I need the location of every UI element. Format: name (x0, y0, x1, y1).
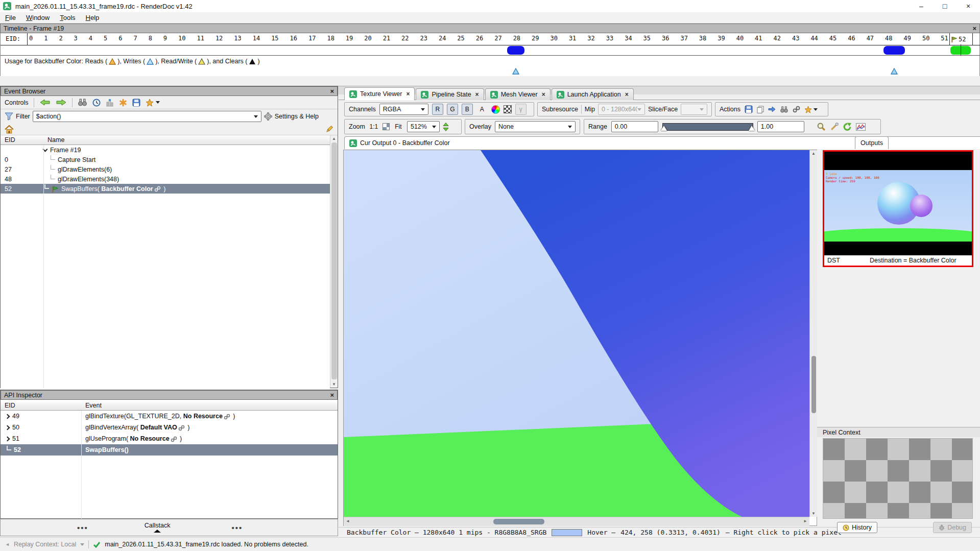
api-row-eid-50[interactable]: 50glBindVertexArray( Default VAO ) (1, 422, 338, 433)
fit-button[interactable]: Fit (393, 121, 404, 132)
filter-settings-gear-icon[interactable] (264, 112, 272, 121)
eid-column-header[interactable]: EID (1, 136, 43, 143)
horizontal-scrollbar[interactable]: ◄ ► (344, 517, 809, 526)
expander-right-icon[interactable] (5, 414, 10, 419)
tab-launch-application[interactable]: Launch Application× (552, 88, 634, 100)
green-channel-button[interactable]: G (447, 104, 458, 115)
step-forward-icon[interactable] (56, 99, 67, 106)
minimize-button[interactable]: – (910, 0, 933, 12)
timeline-body[interactable]: EID: 01234567891011121314151617181920212… (0, 33, 980, 76)
menu-tools[interactable]: Tools (55, 13, 80, 22)
timeline-event-marker-eid-48[interactable] (883, 46, 905, 55)
callstack-grip-bar[interactable]: ••• Callstack ••• (0, 519, 338, 536)
checkerboard-background-icon[interactable] (504, 105, 512, 113)
reset-range-icon[interactable] (843, 123, 852, 131)
tab-close-icon[interactable]: × (625, 91, 629, 98)
event-browser-list[interactable]: Frame #190Capture Start27glDrawElements(… (1, 145, 330, 397)
scroll-up-icon[interactable]: ▲ (330, 136, 338, 141)
api-row-eid-52[interactable]: 52SwapBuffers() (1, 444, 338, 456)
link-resource-icon[interactable] (793, 106, 800, 113)
autofit-picker-icon[interactable] (830, 123, 839, 131)
backbuffer-render[interactable] (344, 150, 809, 517)
vertical-scrollbar[interactable]: ▲ ▼ (809, 150, 817, 517)
color-wheel-icon[interactable] (491, 105, 500, 114)
custom-actions-menu[interactable] (804, 106, 818, 113)
grip-dots[interactable]: ••• (77, 523, 88, 532)
copy-icon[interactable] (757, 106, 764, 113)
menu-file[interactable]: File (0, 13, 21, 22)
settings-help-link[interactable]: Settings & Help (275, 113, 319, 120)
event-browser-close-icon[interactable]: × (330, 88, 334, 94)
alpha-channel-button[interactable]: A (476, 104, 488, 115)
tab-close-icon[interactable]: × (475, 91, 479, 98)
extensions-menu[interactable] (146, 99, 160, 107)
usage-write-triangle-icon[interactable] (891, 68, 898, 75)
resource-link-icon[interactable] (177, 425, 186, 430)
zoom-range-icon[interactable] (817, 122, 826, 131)
api-row-eid-51[interactable]: 51glUseProgram( No Resource ) (1, 433, 338, 444)
event-row-eid-0[interactable]: 0Capture Start (1, 155, 330, 164)
event-row-eid-52[interactable]: 52SwapBuffers( Backbuffer Color ) (1, 184, 330, 194)
close-button[interactable]: × (957, 0, 980, 12)
scrollbar-thumb[interactable] (493, 519, 544, 524)
event-row-eid-27[interactable]: 27glDrawElements(6) (1, 164, 330, 174)
bookmark-asterisk-icon[interactable] (119, 99, 127, 107)
range-slider[interactable] (662, 123, 753, 131)
mip-combo[interactable]: 0 - 1280x640 (598, 104, 645, 115)
timeline-close-icon[interactable]: × (972, 25, 976, 32)
flip-vertical-icon[interactable] (443, 123, 449, 131)
histogram-icon[interactable] (856, 123, 866, 131)
pixel-context-view[interactable] (823, 438, 973, 519)
range-black-point-handle[interactable] (661, 126, 667, 131)
api-inspector-list[interactable]: 49glBindTexture(GL_TEXTURE_2D, No Resour… (1, 411, 338, 456)
red-channel-button[interactable]: R (432, 104, 443, 115)
gamma-button[interactable]: γ (515, 104, 527, 115)
collapse-left-icon[interactable]: ◄ (5, 542, 10, 547)
event-column-header[interactable]: Event (81, 402, 102, 409)
tab-outputs[interactable]: Outputs (855, 136, 889, 149)
expander-right-icon[interactable] (5, 436, 10, 441)
filter-input[interactable]: $action() (33, 111, 261, 122)
zoom-level-combo[interactable]: 512% (407, 121, 440, 132)
goto-resource-icon[interactable] (768, 106, 776, 113)
zoom-1to1-button[interactable]: 1:1 (368, 121, 379, 132)
scroll-down-icon[interactable]: ▼ (810, 511, 817, 516)
edit-pencil-icon[interactable] (325, 125, 333, 133)
export-save-icon[interactable] (132, 99, 140, 107)
expander-right-icon[interactable] (5, 425, 10, 430)
scroll-down-icon[interactable]: ▼ (330, 382, 338, 387)
api-inspector-close-icon[interactable]: × (330, 392, 334, 398)
callstack-tab[interactable]: Callstack (145, 522, 171, 533)
menu-help[interactable]: Help (81, 13, 105, 22)
overlay-combo[interactable]: None (495, 121, 576, 132)
save-texture-icon[interactable] (745, 105, 753, 113)
tab-pipeline-state[interactable]: Pipeline State× (416, 88, 484, 100)
find-event-icon[interactable] (78, 99, 87, 106)
range-white-point-handle[interactable] (749, 126, 755, 131)
open-resource-icon[interactable] (780, 106, 788, 113)
step-back-icon[interactable] (39, 99, 51, 106)
blue-channel-button[interactable]: B (462, 104, 473, 115)
tab-close-icon[interactable]: × (406, 90, 410, 98)
replay-context-label[interactable]: Replay Context: Local (14, 541, 76, 548)
bookmark-home-icon[interactable] (5, 125, 14, 134)
eid-column-header[interactable]: EID (1, 402, 81, 409)
actual-size-icon[interactable] (383, 123, 390, 130)
scrollbar-thumb[interactable] (811, 356, 816, 413)
tab-close-icon[interactable]: × (542, 91, 545, 98)
resource-link-icon[interactable] (153, 186, 162, 191)
tab-texture-viewer[interactable]: Texture Viewer× (344, 87, 415, 100)
timeline-marker-track[interactable] (29, 45, 948, 56)
event-row-eid-frame[interactable]: Frame #19 (1, 145, 330, 155)
usage-write-triangle-icon[interactable] (512, 68, 519, 75)
maximize-button[interactable]: □ (933, 0, 957, 12)
scrollbar-thumb[interactable] (331, 142, 337, 379)
scroll-left-icon[interactable]: ◄ (346, 519, 350, 523)
history-button[interactable]: History (837, 522, 877, 533)
timeline-event-marker-eid-27[interactable] (507, 46, 524, 55)
texture-display[interactable]: ▲ ▼ ◄ ► (343, 150, 817, 526)
api-row-eid-49[interactable]: 49glBindTexture(GL_TEXTURE_2D, No Resour… (1, 411, 338, 422)
slice-face-combo[interactable] (681, 104, 707, 115)
name-column-header[interactable]: Name (43, 136, 64, 143)
range-max-input[interactable]: 1.00 (757, 121, 804, 132)
